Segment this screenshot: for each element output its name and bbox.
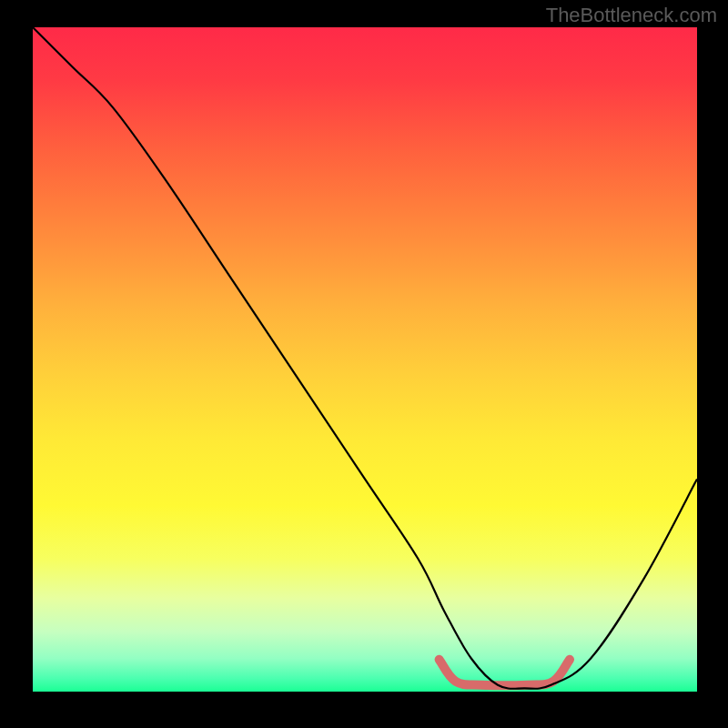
watermark-text: TheBottleneck.com: [546, 4, 717, 27]
bottleneck-curve: [33, 27, 697, 689]
plot-area: [33, 27, 697, 692]
chart-svg: [33, 27, 697, 692]
sweet-spot-highlight: [440, 660, 570, 686]
